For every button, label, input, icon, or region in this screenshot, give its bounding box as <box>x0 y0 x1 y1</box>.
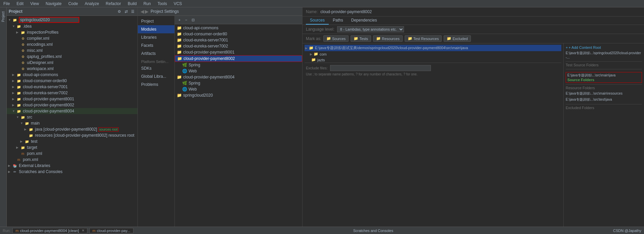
module-cloud-api-commons[interactable]: 📁 cloud-api-commons <box>175 25 302 31</box>
com-folder-item[interactable]: ▶ 📁 com <box>305 51 561 57</box>
module-label: Web <box>189 69 197 73</box>
nav-artifacts[interactable]: Artifacts <box>138 49 174 58</box>
tree-qaplug-xml[interactable]: ⚙ qaplug_profiles.xml <box>7 54 137 60</box>
root-name-edit[interactable]: springcloud2020 <box>19 17 79 23</box>
nav-global-libraries[interactable]: Global Libra... <box>138 72 174 80</box>
mark-sources-button[interactable]: 📁 Sources <box>323 35 349 42</box>
resource-folders-section: Resource Folders <box>566 84 642 91</box>
tree-src[interactable]: ▼ 📁 src <box>7 114 137 120</box>
nav-libraries[interactable]: Libraries <box>138 33 174 41</box>
copy-module-icon[interactable]: ⊡ <box>190 17 196 23</box>
tree-uidesigner-xml[interactable]: ⚙ uiDesigner.xml <box>7 60 137 66</box>
tree-test[interactable]: ▶ 📁 test <box>7 138 137 144</box>
module-cloud-payment8001[interactable]: 📁 cloud-provider-payment8001 <box>175 49 302 55</box>
nav-project[interactable]: Project <box>138 17 174 25</box>
menu-file[interactable]: File <box>2 1 11 7</box>
spring-icon: 🌿 <box>182 63 187 67</box>
tree-cloud-payment8001[interactable]: ▶ 📁 cloud-provider-payment8001 <box>7 96 137 102</box>
mark-as-bar: Mark as: 📁 Sources 📁 Tests 📁 Resources 📁… <box>303 34 644 43</box>
tree-main[interactable]: ▼ 📁 main <box>7 120 137 126</box>
tab-dependencies[interactable]: Dependencies <box>347 16 381 25</box>
tree-encodings-xml[interactable]: ⚙ encodings.xml <box>7 41 137 47</box>
menu-refactor[interactable]: Refactor <box>105 1 122 7</box>
back-arrow-icon[interactable]: ◀ <box>140 9 144 14</box>
nav-sdks[interactable]: SDKs <box>138 64 174 72</box>
tree-java-src-root[interactable]: ▶ 📁 java [cloud-provider-payment8002] so… <box>7 126 137 132</box>
add-content-root-button[interactable]: + + Add Content Root <box>566 45 642 50</box>
forward-arrow-icon[interactable]: ▶ <box>145 9 149 14</box>
module-cloud-eureka-7002[interactable]: 📁 cloud-eureka-server7002 <box>175 43 302 49</box>
module-icon: 📁 <box>177 50 182 55</box>
menu-run[interactable]: Run <box>142 1 152 7</box>
module-cloud-payment8004[interactable]: 📁 cloud-provider-payment8004 <box>175 74 302 80</box>
menu-navigate[interactable]: Navigate <box>44 1 63 7</box>
tree-resources-root[interactable]: 📁 resources [cloud-provider-payment8002]… <box>7 132 137 138</box>
run-tab-payment[interactable]: m cloud-provider-pay... <box>89 228 133 233</box>
side-tab-project[interactable]: Project <box>1 9 6 25</box>
mark-test-resources-button[interactable]: 📁 Test Resources <box>405 35 442 42</box>
xml-icon: ⚙ <box>20 54 26 59</box>
module-springcloud2020[interactable]: 📁 springcloud2020 <box>175 92 302 98</box>
mark-resources-button[interactable]: 📁 Resources <box>373 35 403 42</box>
settings-gear-icon[interactable]: ⚙ <box>117 9 122 14</box>
module-spring-8002[interactable]: 🌿 Spring <box>175 62 302 68</box>
settings-header: ◀ ▶ Project Settings <box>138 7 302 16</box>
tree-target[interactable]: ▶ 📁 target <box>7 144 137 151</box>
tree-cloud-payment8002[interactable]: ▶ 📁 cloud-provider-payment8002 <box>7 102 137 108</box>
xml-icon: ⚙ <box>20 36 26 41</box>
menu-tools[interactable]: Tools <box>156 1 168 7</box>
add-module-icon[interactable]: + <box>177 17 182 23</box>
tree-scratches[interactable]: ▶ ✏ Scratches and Consoles <box>7 169 137 175</box>
nav-modules[interactable]: Modules <box>138 25 174 33</box>
module-cloud-eureka-7001[interactable]: 📁 cloud-eureka-server7001 <box>175 37 302 43</box>
module-icon: 📁 <box>177 56 182 61</box>
lang-level-select[interactable]: 8 - Lambdas, type annotations etc. <box>337 26 404 32</box>
tree-idea[interactable]: ▼ 📁 .idea <box>7 23 137 29</box>
mark-tests-button[interactable]: 📁 Tests <box>351 35 371 42</box>
tree-compiler-xml[interactable]: ⚙ compiler.xml <box>7 35 137 41</box>
jazts-folder-item[interactable]: 📁 jazts <box>305 57 561 63</box>
module-web-8002[interactable]: 🌐 Web <box>175 68 302 74</box>
tab-sources[interactable]: Sources <box>306 16 329 25</box>
tree-pom-root[interactable]: m pom.xml <box>7 157 137 163</box>
tree-cloud-api-commons[interactable]: ▶ 📁 cloud-api-commons <box>7 72 137 78</box>
run-tab-8004[interactable]: m cloud-provider-payment8004 [clean] ✕ <box>12 228 87 233</box>
sync-icon[interactable]: ⇄ <box>123 9 129 14</box>
menu-build[interactable]: Build <box>126 1 138 7</box>
exclude-files-input[interactable] <box>330 65 431 71</box>
nav-facets[interactable]: Facets <box>138 41 174 49</box>
source-folder-path-box: E:\java专题训练\...\src\main\java Source Fol… <box>566 72 642 83</box>
menu-edit[interactable]: Edit <box>15 1 25 7</box>
module-cloud-payment8002[interactable]: 📁 cloud-provider-payment8002 <box>175 55 302 62</box>
tree-pom-8004[interactable]: m pom.xml <box>7 151 137 157</box>
tree-root[interactable]: ▼ 📁 springcloud2020 <box>7 16 137 23</box>
content-root-item[interactable]: ▶ 📁 E:\java专题训练\面试宝典\demos\springcloud20… <box>305 45 561 51</box>
remove-module-icon[interactable]: − <box>184 17 189 23</box>
module-web-8004[interactable]: 🌐 Web <box>175 86 302 92</box>
plus-icon: + <box>566 45 568 49</box>
run-tab-close-icon[interactable]: ✕ <box>82 229 84 232</box>
tree-cloud-payment8004[interactable]: ▼ 📁 cloud-provider-payment8004 <box>7 108 137 114</box>
tab-paths[interactable]: Paths <box>329 16 347 25</box>
settings-content: + − ⊡ 📁 cloud-api-commons 📁 cloud-consum… <box>175 16 302 227</box>
tree-inspection[interactable]: ▶ 📁 inspectionProfiles <box>7 29 137 35</box>
tree-cloud-eureka-7002[interactable]: ▶ 📁 cloud-eureka-server7002 <box>7 90 137 96</box>
content-roots-area: ▶ 📁 E:\java专题训练\面试宝典\demos\springcloud20… <box>303 43 644 227</box>
arrow-icon: ▶ <box>16 31 20 34</box>
tree-cloud-eureka-7001[interactable]: ▶ 📁 cloud-eureka-server7001 <box>7 84 137 90</box>
tree-misc-xml[interactable]: ⚙ misc.xml <box>7 47 137 54</box>
menu-vcs[interactable]: VCS <box>172 1 184 7</box>
module-cloud-consumer-order80[interactable]: 📁 cloud-consumer-order80 <box>175 31 302 37</box>
options-icon[interactable]: ☰ <box>130 9 135 14</box>
menu-code[interactable]: Code <box>67 1 79 7</box>
module-spring-8004[interactable]: 🌿 Spring <box>175 80 302 86</box>
tree-cloud-consumer-order80[interactable]: ▶ 📁 cloud-consumer-order80 <box>7 78 137 84</box>
tree-workspace-xml[interactable]: ⚙ workspace.xml <box>7 66 137 72</box>
m2-icon: m <box>20 151 26 156</box>
tree-external-libraries[interactable]: ▶ 📚 External Libraries <box>7 163 137 169</box>
menu-view[interactable]: View <box>29 1 40 7</box>
menu-analyze[interactable]: Analyze <box>83 1 100 7</box>
nav-problems[interactable]: Problems <box>138 80 174 89</box>
mark-excluded-button[interactable]: 📁 Excluded <box>444 35 471 42</box>
test-source-folders-section: Test Source Folders <box>566 61 642 68</box>
